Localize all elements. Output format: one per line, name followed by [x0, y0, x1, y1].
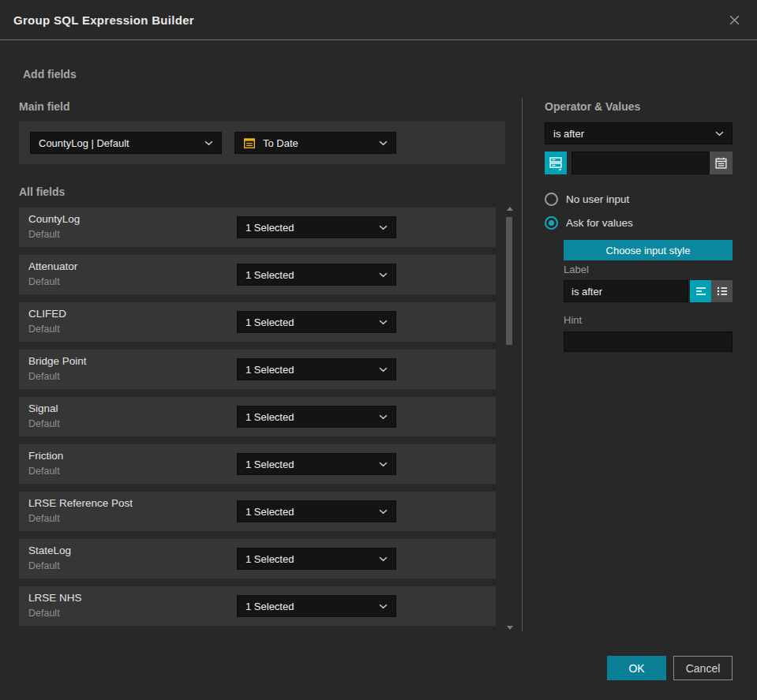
bullet-list-style-button[interactable]: [711, 280, 733, 302]
field-selection-select[interactable]: 1 Selected: [237, 358, 396, 380]
ok-button[interactable]: OK: [607, 656, 666, 680]
radio-ask-for-values[interactable]: Ask for values: [545, 216, 633, 230]
field-selection-select[interactable]: 1 Selected: [237, 406, 396, 428]
close-icon: [728, 13, 741, 27]
field-type: Default: [28, 513, 60, 524]
hint-input[interactable]: [564, 331, 733, 352]
chevron-down-icon: [204, 140, 213, 146]
main-field-select-value: CountyLog | Default: [39, 137, 129, 149]
align-left-style-button[interactable]: [690, 280, 711, 302]
field-selection-select[interactable]: 1 Selected: [237, 453, 396, 475]
field-selection-value: 1 Selected: [245, 553, 294, 565]
field-type: Default: [28, 229, 60, 240]
field-name: Bridge Point: [28, 355, 87, 367]
chevron-down-icon: [715, 131, 724, 137]
choose-input-style-button[interactable]: Choose input style: [564, 240, 733, 260]
field-selection-value: 1 Selected: [245, 222, 294, 234]
scroll-up-icon[interactable]: [507, 207, 513, 211]
radio-no-user-input-label: No user input: [566, 193, 629, 205]
radio-circle-icon: [545, 193, 558, 206]
chevron-down-icon: [379, 225, 388, 230]
field-selection-select[interactable]: 1 Selected: [237, 216, 396, 238]
chevron-down-icon: [379, 509, 388, 515]
input-style-picker-icon: [548, 155, 564, 171]
value-input[interactable]: [571, 152, 710, 174]
field-row: CLIFED Default 1 Selected: [19, 302, 496, 342]
field-selection-value: 1 Selected: [245, 506, 294, 518]
operator-values-heading: Operator & Values: [545, 100, 640, 113]
field-row: LRSE Reference Post Default 1 Selected: [19, 492, 496, 531]
field-type: Default: [28, 608, 60, 619]
value-calendar-button[interactable]: [710, 152, 733, 174]
field-row: Signal Default 1 Selected: [19, 397, 496, 436]
close-button[interactable]: [725, 10, 744, 29]
hint-caption: Hint: [564, 314, 582, 326]
main-field-select[interactable]: CountyLog | Default: [30, 132, 222, 154]
operator-select[interactable]: is after: [545, 122, 733, 144]
field-name: LRSE Reference Post: [28, 497, 133, 509]
field-selection-value: 1 Selected: [245, 459, 294, 470]
field-selection-value: 1 Selected: [245, 269, 294, 281]
scroll-down-icon[interactable]: [507, 626, 513, 630]
field-row: LRSE NHS Default 1 Selected: [19, 586, 496, 626]
bullet-list-icon: [715, 284, 729, 298]
field-type: Default: [28, 466, 60, 477]
field-name: CLIFED: [28, 308, 66, 320]
chevron-down-icon: [379, 414, 388, 420]
calendar-icon: [714, 156, 728, 170]
field-name: StateLog: [28, 545, 71, 556]
field-selection-select[interactable]: 1 Selected: [237, 500, 396, 522]
radio-ask-for-values-label: Ask for values: [566, 217, 633, 229]
label-caption: Label: [564, 264, 589, 275]
field-selection-select[interactable]: 1 Selected: [237, 311, 396, 333]
radio-circle-selected-icon: [545, 216, 558, 230]
add-fields-heading: Add fields: [23, 68, 77, 80]
main-field-heading: Main field: [19, 100, 70, 113]
operator-select-value: is after: [553, 128, 584, 140]
all-fields-list: CountyLog Default 1 Selected Attenuator …: [19, 208, 496, 634]
field-type: Default: [28, 371, 60, 382]
field-selection-select[interactable]: 1 Selected: [237, 595, 396, 617]
main-field-panel: CountyLog | Default To Date: [19, 122, 505, 164]
field-type: Default: [28, 324, 60, 335]
align-left-icon: [694, 284, 708, 298]
field-name: Friction: [28, 450, 63, 462]
cancel-button[interactable]: Cancel: [673, 656, 733, 680]
field-name: Attenuator: [28, 260, 77, 272]
field-selection-value: 1 Selected: [245, 316, 294, 328]
chevron-down-icon: [379, 367, 388, 372]
all-fields-heading: All fields: [19, 185, 65, 198]
field-row: CountyLog Default 1 Selected: [19, 208, 496, 247]
field-type: Default: [28, 276, 60, 287]
calendar-icon: [243, 137, 256, 149]
scrollbar-thumb[interactable]: [506, 217, 512, 345]
field-selection-value: 1 Selected: [245, 411, 294, 423]
field-name: LRSE NHS: [28, 592, 82, 604]
chevron-down-icon: [379, 556, 388, 562]
field-row: Friction Default 1 Selected: [19, 444, 496, 484]
field-type: Default: [28, 418, 60, 429]
value-input-style-picker-button[interactable]: [545, 152, 567, 174]
field-selection-value: 1 Selected: [245, 364, 294, 376]
date-type-select[interactable]: To Date: [234, 132, 396, 154]
chevron-down-icon: [379, 140, 388, 146]
chevron-down-icon: [379, 272, 388, 278]
vertical-divider: [522, 98, 523, 631]
date-type-select-value: To Date: [263, 137, 298, 149]
fields-list-scrollbar[interactable]: [504, 204, 515, 633]
field-selection-value: 1 Selected: [245, 601, 294, 612]
chevron-down-icon: [379, 462, 388, 467]
chevron-down-icon: [379, 604, 388, 609]
field-row: Bridge Point Default 1 Selected: [19, 350, 496, 389]
radio-no-user-input[interactable]: No user input: [545, 193, 629, 206]
field-name: Signal: [28, 402, 58, 414]
label-style-toggle-group: [690, 280, 733, 302]
field-row: Attenuator Default 1 Selected: [19, 255, 496, 294]
field-selection-select[interactable]: 1 Selected: [237, 264, 396, 286]
titlebar: Group SQL Expression Builder: [0, 0, 757, 40]
field-selection-select[interactable]: 1 Selected: [237, 548, 396, 570]
field-row: StateLog Default 1 Selected: [19, 539, 496, 578]
label-input[interactable]: [564, 280, 688, 302]
chevron-down-icon: [379, 320, 388, 325]
field-name: CountyLog: [28, 213, 80, 225]
